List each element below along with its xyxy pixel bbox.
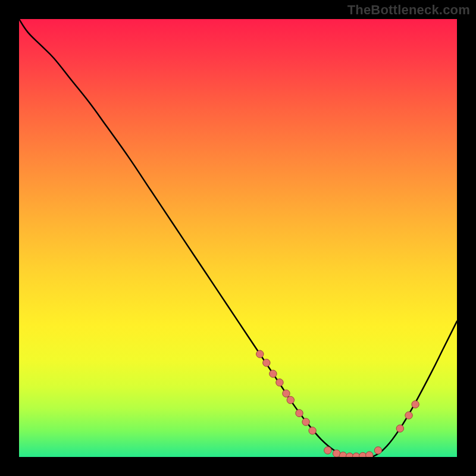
watermark-label: TheBottleneck.com	[347, 2, 470, 18]
plot-heatmap-background	[19, 19, 457, 457]
page-root: TheBottleneck.com	[0, 0, 476, 476]
